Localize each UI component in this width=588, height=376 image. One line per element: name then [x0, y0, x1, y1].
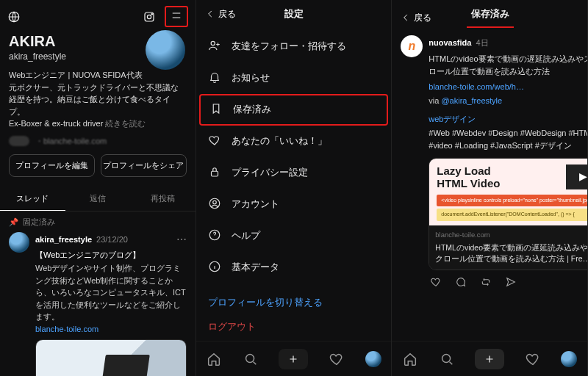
profile-tabs: スレッド 返信 再投稿 — [0, 187, 196, 212]
bookmark-icon — [209, 102, 223, 118]
post-username[interactable]: akira_freestyle — [35, 234, 92, 246]
share-icon[interactable] — [505, 276, 517, 293]
hashtags[interactable]: #Web #Webdev #Design #WebDesign #HTML #v… — [429, 127, 588, 152]
help-icon — [208, 228, 221, 244]
back-button[interactable]: 戻る — [401, 12, 431, 24]
heart-outline-icon — [208, 134, 221, 149]
post-avatar[interactable] — [9, 232, 29, 253]
post-username[interactable]: nuovasfida — [429, 37, 471, 49]
post-title: 【Webエンジニアのブログ】 — [35, 249, 187, 261]
heart-icon[interactable] — [329, 351, 345, 367]
avatar[interactable] — [146, 30, 185, 70]
menu-icon[interactable] — [170, 9, 183, 22]
play-icon: ▶ — [566, 164, 588, 189]
menu-about[interactable]: 基本データ — [196, 252, 392, 283]
post-text: Webデザインやサイト制作、プログラミング技術などWeb制作に関することから、い… — [35, 262, 187, 323]
svg-point-8 — [212, 200, 216, 204]
edit-profile-button[interactable]: プロフィールを編集 — [9, 154, 95, 177]
svg-point-11 — [246, 354, 254, 362]
heart-icon[interactable] — [525, 351, 541, 367]
lock-icon — [208, 165, 221, 181]
bottom-nav — [196, 341, 392, 376]
menu-follow-invite[interactable]: 友達をフォロー・招待する — [196, 31, 392, 62]
switch-profile[interactable]: プロフィールを切り替える — [196, 286, 392, 314]
saved-post[interactable]: n nuovasfida4日⋯ HTMLのvideo要素で動画の遅延読み込みやス… — [392, 28, 587, 300]
share-profile-button[interactable]: プロフィールをシェア — [101, 154, 187, 177]
svg-rect-6 — [211, 171, 218, 176]
menu-saved-highlight[interactable]: 保存済み — [199, 94, 389, 126]
menu-help[interactable]: ヘルプ — [196, 220, 392, 252]
pinned-label: 📌固定済み — [0, 212, 196, 228]
post-date: 23/12/20 — [96, 234, 128, 246]
globe-icon[interactable] — [7, 10, 21, 24]
home-icon[interactable] — [206, 351, 222, 367]
user-circle-icon — [208, 197, 221, 212]
repost-icon[interactable] — [480, 276, 492, 293]
followers-row[interactable]: ・blanche-toile.com — [0, 130, 196, 147]
tag-topic[interactable]: webデザイン — [429, 113, 588, 126]
logout[interactable]: ログアウト — [196, 314, 392, 341]
search-icon[interactable] — [439, 351, 455, 367]
home-icon[interactable] — [402, 351, 418, 367]
bottom-nav — [392, 341, 587, 376]
post-age: 4日 — [476, 37, 488, 49]
link-card[interactable]: Lazy Load HTML Video ▶ <video playsinlin… — [429, 158, 588, 270]
svg-point-12 — [442, 354, 450, 362]
settings-title: 設定 — [207, 7, 383, 21]
person-plus-icon — [208, 39, 221, 54]
tab-threads[interactable]: スレッド — [0, 187, 65, 211]
post[interactable]: akira_freestyle23/12/20⋯ 【Webエンジニアのブログ】 … — [0, 228, 196, 377]
compose-button[interactable] — [475, 349, 504, 369]
menu-notifications[interactable]: お知らせ — [196, 62, 392, 94]
post-more-icon[interactable]: ⋯ — [176, 232, 187, 247]
menu-privacy[interactable]: プライバシー設定 — [196, 157, 392, 189]
post-text: HTMLのvideo要素で動画の遅延読み込みやスクロール位置で動画を読み込む方法 — [429, 53, 588, 78]
bio: Webエンジニア | NUOVA SFIDA代表 元ボクサー、元トラックドライバ… — [0, 62, 196, 130]
info-icon — [208, 260, 221, 275]
via-user[interactable]: @akira_freestyle — [441, 96, 502, 105]
tab-reposts[interactable]: 再投稿 — [130, 187, 196, 211]
saved-panel: 戻る 保存済み n nuovasfida4日⋯ HTMLのvideo要素で動画の… — [392, 0, 588, 376]
bell-icon — [208, 70, 221, 86]
post-image[interactable] — [35, 339, 187, 376]
saved-title: 保存済み — [467, 7, 514, 28]
svg-point-3 — [151, 13, 153, 15]
pin-icon: 📌 — [9, 217, 18, 227]
read-more[interactable]: 続きを読む — [105, 119, 146, 128]
search-icon[interactable] — [243, 351, 259, 367]
post-link[interactable]: blanche-toile.com/web/h… — [429, 81, 588, 93]
post-avatar[interactable]: n — [401, 35, 423, 57]
card-title: HTMLのvideo要素で動画の遅延読み込みやスクロール位置で動画を読み込む方法… — [435, 242, 588, 264]
settings-panel: 戻る 設定 友達をフォロー・招待する お知らせ 保存済み あなたの「いいね！」 … — [196, 0, 392, 376]
hamburger-highlight — [165, 6, 188, 27]
profile-tab[interactable] — [561, 351, 577, 367]
profile-tab[interactable] — [365, 351, 381, 367]
tab-replies[interactable]: 返信 — [65, 187, 131, 211]
svg-point-5 — [211, 41, 215, 45]
like-icon[interactable] — [430, 276, 442, 293]
compose-button[interactable] — [279, 349, 308, 369]
card-domain: blanche-toile.com — [435, 230, 588, 241]
reply-icon[interactable] — [455, 276, 467, 293]
instagram-icon[interactable] — [143, 10, 156, 24]
menu-account[interactable]: アカウント — [196, 189, 392, 220]
svg-point-2 — [147, 15, 151, 18]
post-link[interactable]: blanche-toile.com — [35, 323, 187, 336]
menu-your-likes[interactable]: あなたの「いいね！」 — [196, 126, 392, 157]
profile-panel: AKIRA akira_freestyle Webエンジニア | NUOVA S… — [0, 0, 196, 376]
